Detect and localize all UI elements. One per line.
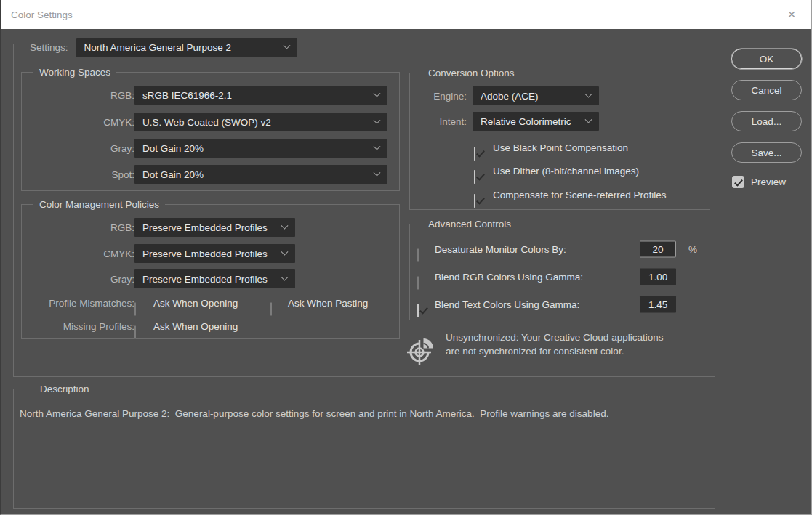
chevron-down-icon	[283, 42, 290, 49]
settings-selected-value: North America General Purpose 2	[84, 42, 232, 53]
chevron-down-icon	[374, 142, 381, 150]
sync-status-text: Unsynchronized: Your Creative Cloud appl…	[446, 331, 663, 366]
preview-checkbox[interactable]	[732, 176, 744, 188]
close-button[interactable]: ×	[776, 0, 807, 29]
compensate-scene-referred-checkbox[interactable]	[474, 194, 475, 208]
settings-group: Settings: North America General Purpose …	[13, 44, 715, 377]
blend-text-gamma-checkbox[interactable]	[417, 304, 419, 317]
preview-label: Preview	[751, 177, 786, 187]
chevron-down-icon	[374, 116, 381, 123]
chevron-down-icon	[585, 115, 592, 123]
advanced-controls-title: Advanced Controls	[422, 218, 517, 230]
color-management-policies-group: Color Management Policies RGB: Preserve …	[21, 204, 400, 339]
cmyk-working-space-select[interactable]: U.S. Web Coated (SWOP) v2	[134, 113, 387, 131]
desaturate-percent-input[interactable]	[640, 241, 676, 258]
use-dither-checkbox[interactable]	[474, 170, 475, 184]
ok-button[interactable]: OK	[731, 49, 802, 69]
blend-rgb-gamma-checkbox[interactable]	[417, 276, 419, 290]
description-title: Description	[34, 383, 95, 395]
selected-value: Preserve Embedded Profiles	[142, 222, 268, 233]
engine-select[interactable]: Adobe (ACE)	[473, 86, 599, 105]
chevron-down-icon	[374, 89, 381, 97]
preview-row: Preview	[732, 176, 786, 188]
chevron-down-icon	[281, 222, 289, 229]
profile-mismatches-label: Profile Mismatches:	[30, 298, 134, 309]
ask-when-pasting-checkbox[interactable]	[270, 302, 272, 316]
ask-when-opening-missing-label: Ask When Opening	[153, 321, 238, 332]
sync-status: Unsynchronized: Your Creative Cloud appl…	[406, 331, 663, 366]
chevron-down-icon	[281, 273, 289, 280]
ask-when-opening-mismatch-label: Ask When Opening	[153, 298, 238, 309]
ask-when-opening-mismatch-checkbox[interactable]	[134, 302, 136, 316]
selected-value: Preserve Embedded Profiles	[142, 274, 268, 285]
desaturate-monitor-label: Desaturate Monitor Colors By:	[435, 244, 566, 255]
ws-gray-label: Gray:	[44, 143, 134, 154]
spot-working-space-select[interactable]: Dot Gain 20%	[134, 165, 387, 184]
desaturate-monitor-checkbox[interactable]	[417, 248, 419, 262]
settings-legend-row: Settings: North America General Purpose …	[23, 38, 304, 57]
gray-policy-select[interactable]: Preserve Embedded Profiles	[134, 269, 295, 288]
cmyk-policy-select[interactable]: Preserve Embedded Profiles	[134, 244, 295, 263]
rgb-working-space-select[interactable]: sRGB IEC61966-2.1	[134, 86, 387, 105]
chevron-down-icon	[281, 248, 289, 255]
sync-status-line1: Unsynchronized: Your Creative Cloud appl…	[446, 331, 663, 344]
working-spaces-group: Working Spaces RGB: sRGB IEC61966-2.1 CM…	[21, 72, 400, 191]
use-black-point-compensation-checkbox[interactable]	[474, 147, 475, 161]
selected-value: sRGB IEC61966-2.1	[142, 90, 232, 101]
color-management-policies-title: Color Management Policies	[33, 198, 165, 211]
description-text: North America General Purpose 2: General…	[20, 407, 704, 421]
color-settings-dialog: Color Settings × Settings: North America…	[0, 0, 812, 515]
load-button-label: Load...	[752, 116, 781, 127]
window-title: Color Settings	[11, 9, 73, 20]
blend-text-gamma-input[interactable]	[640, 296, 676, 313]
settings-label: Settings:	[30, 42, 68, 53]
missing-profiles-label: Missing Profiles:	[30, 321, 134, 332]
close-icon: ×	[787, 7, 795, 23]
selected-value: Preserve Embedded Profiles	[142, 248, 268, 259]
settings-select[interactable]: North America General Purpose 2	[76, 38, 297, 57]
creative-cloud-sync-icon	[406, 334, 438, 366]
intent-label: Intent:	[416, 116, 467, 127]
cancel-button-label: Cancel	[751, 85, 781, 96]
cmp-gray-label: Gray:	[44, 274, 134, 285]
chevron-down-icon	[585, 90, 592, 97]
ok-button-label: OK	[760, 54, 774, 65]
chevron-down-icon	[374, 169, 381, 176]
advanced-controls-group: Advanced Controls Desaturate Monitor Col…	[409, 224, 710, 320]
percent-suffix: %	[688, 244, 697, 255]
use-black-point-compensation-label: Use Black Point Compensation	[493, 142, 628, 153]
conversion-options-title: Conversion Options	[422, 67, 520, 79]
selected-value: Relative Colorimetric	[481, 116, 571, 127]
ws-cmyk-label: CMYK:	[44, 117, 134, 128]
gray-working-space-select[interactable]: Dot Gain 20%	[134, 139, 387, 158]
cmp-rgb-label: RGB:	[44, 222, 134, 233]
ws-spot-label: Spot:	[44, 169, 134, 180]
selected-value: U.S. Web Coated (SWOP) v2	[142, 117, 271, 128]
engine-label: Engine:	[416, 91, 467, 102]
blend-rgb-gamma-input[interactable]	[640, 269, 676, 285]
cancel-button[interactable]: Cancel	[731, 80, 802, 100]
ask-when-pasting-label: Ask When Pasting	[288, 298, 368, 309]
use-dither-label: Use Dither (8-bit/channel images)	[493, 166, 639, 177]
blend-rgb-gamma-label: Blend RGB Colors Using Gamma:	[435, 272, 583, 283]
conversion-options-group: Conversion Options Engine: Adobe (ACE) I…	[409, 73, 710, 210]
blend-text-gamma-label: Blend Text Colors Using Gamma:	[435, 299, 579, 310]
save-button[interactable]: Save...	[731, 142, 802, 163]
ask-when-opening-missing-checkbox[interactable]	[134, 325, 136, 339]
description-group: Description North America General Purpos…	[13, 389, 715, 509]
cmp-cmyk-label: CMYK:	[44, 248, 134, 259]
working-spaces-title: Working Spaces	[33, 66, 116, 78]
selected-value: Dot Gain 20%	[142, 143, 204, 154]
selected-value: Adobe (ACE)	[481, 91, 539, 102]
ws-rgb-label: RGB:	[44, 90, 134, 101]
load-button[interactable]: Load...	[731, 111, 802, 131]
titlebar: Color Settings ×	[1, 0, 811, 29]
compensate-scene-referred-label: Compensate for Scene-referred Profiles	[493, 190, 667, 200]
intent-select[interactable]: Relative Colorimetric	[473, 112, 599, 131]
selected-value: Dot Gain 20%	[142, 169, 204, 180]
save-button-label: Save...	[751, 147, 781, 158]
dialog-body: Settings: North America General Purpose …	[1, 29, 811, 514]
sync-status-line2: are not synchronized for consistent colo…	[446, 344, 663, 358]
rgb-policy-select[interactable]: Preserve Embedded Profiles	[134, 218, 295, 237]
